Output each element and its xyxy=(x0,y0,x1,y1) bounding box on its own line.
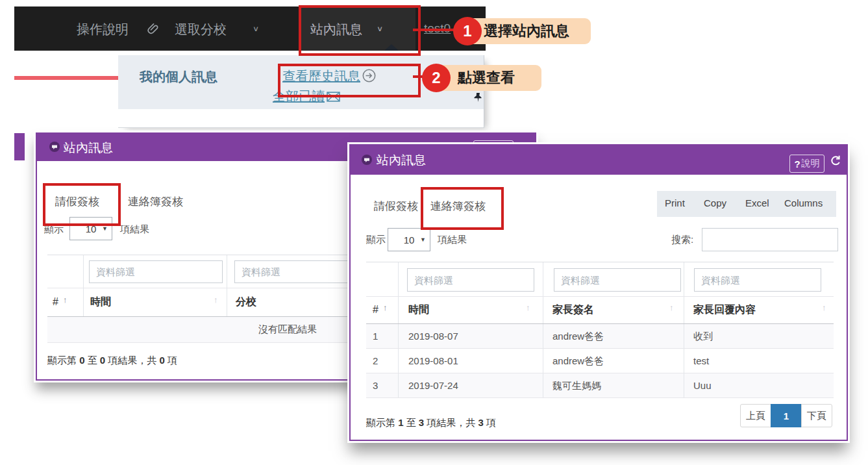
paperclip-icon xyxy=(147,22,159,37)
sort-up-icon: ↑ xyxy=(383,303,388,312)
col-header-time[interactable]: 時間 xyxy=(408,303,429,317)
filter-input-time[interactable] xyxy=(89,260,223,283)
nav-item-branch[interactable]: 選取分校 xyxy=(175,21,227,38)
filter-row xyxy=(366,262,834,297)
col-header-index[interactable]: # xyxy=(53,296,58,308)
filter-input-parent-sign[interactable] xyxy=(554,268,681,292)
window-title: 站內訊息 xyxy=(377,152,426,169)
col-header-parent-sign[interactable]: 家長簽名 xyxy=(552,303,594,317)
pagination: 上頁 1 下頁 xyxy=(740,404,832,427)
col-header-parent-reply[interactable]: 家長回覆內容 xyxy=(693,303,756,317)
table-row: 1 2019-08-07 andrew爸爸 收到 xyxy=(366,324,834,349)
filter-input-time[interactable] xyxy=(407,268,534,292)
print-button[interactable]: Print xyxy=(665,197,685,208)
page-size-select[interactable]: 10 ▼ xyxy=(388,228,430,251)
export-toolbar: Print Copy Excel Columns xyxy=(657,191,836,217)
results-table: # ↑ 時間 ↑ 家長簽名 ↑ 家長回覆內容 ↑ 1 2019-08-07 an… xyxy=(366,262,834,397)
message-icon xyxy=(49,141,60,155)
table-header-row: # ↑ 時間 ↑ 家長簽名 ↑ 家長回覆內容 ↑ xyxy=(366,297,834,324)
page-divider-line xyxy=(14,76,118,80)
highlight-box-leave-tab xyxy=(43,183,121,226)
table-row: 2 2019-08-01 andrew爸爸 test xyxy=(366,349,834,373)
screenshot-canvas: 操作說明 選取分校 ∨ 站內訊息 ∨ test0 我的個人訊息 查看歷史訊息 全… xyxy=(0,0,868,465)
window-header: 站內訊息 ? 說明 xyxy=(351,145,847,175)
excel-button[interactable]: Excel xyxy=(745,197,769,208)
table-info-text: 顯示第 0 至 0 項結果，共 0 項 xyxy=(47,355,177,367)
results-label: 項結果 xyxy=(120,223,149,236)
pin-icon xyxy=(473,92,483,105)
prev-page-button[interactable]: 上頁 xyxy=(740,404,771,427)
col-header-index[interactable]: # xyxy=(373,304,378,316)
dropdown-list-area xyxy=(118,109,484,127)
sort-up-icon: ↑ xyxy=(669,303,674,312)
col-header-time[interactable]: 時間 xyxy=(90,295,111,309)
tab-leave-approval[interactable]: 請假簽核 xyxy=(374,199,418,214)
sort-up-icon: ↑ xyxy=(63,295,68,305)
background-panel-fragment xyxy=(14,133,25,160)
caret-down-icon: ▼ xyxy=(102,225,108,232)
sort-up-icon: ↑ xyxy=(214,295,218,305)
annotation-number-2: 2 xyxy=(422,64,451,92)
copy-button[interactable]: Copy xyxy=(704,197,726,208)
nav-item-help[interactable]: 操作說明 xyxy=(77,21,129,38)
highlight-box-contact-book-tab xyxy=(421,187,504,230)
next-page-button[interactable]: 下頁 xyxy=(801,404,832,427)
refresh-icon[interactable] xyxy=(829,155,842,170)
highlight-box-history-link xyxy=(278,64,421,97)
search-input[interactable] xyxy=(702,228,838,251)
table-row: 3 2019-07-24 魏可生媽媽 Uuu xyxy=(366,373,834,398)
page-1-button[interactable]: 1 xyxy=(771,404,802,427)
columns-button[interactable]: Columns xyxy=(784,197,823,208)
show-label: 顯示 xyxy=(366,234,386,246)
filter-input-branch[interactable] xyxy=(234,260,368,283)
help-button[interactable]: ? 說明 xyxy=(789,155,825,173)
highlight-box-messages-nav xyxy=(299,5,421,56)
sort-up-icon: ↑ xyxy=(822,303,826,312)
results-label: 項結果 xyxy=(438,234,467,246)
window-title: 站內訊息 xyxy=(64,140,113,157)
search-label: 搜索: xyxy=(671,234,693,246)
annotation-number-1: 1 xyxy=(453,17,482,45)
filter-input-parent-reply[interactable] xyxy=(694,268,821,292)
col-header-branch[interactable]: 分校 xyxy=(236,295,256,309)
caret-down-icon: ▼ xyxy=(420,236,426,243)
table-info-text: 顯示第 1 至 3 項結果，共 3 項 xyxy=(366,417,496,429)
sort-up-icon: ↑ xyxy=(526,303,530,312)
dropdown-title: 我的個人訊息 xyxy=(140,68,217,86)
tab-contact-book-approval[interactable]: 連絡簿簽核 xyxy=(128,194,183,209)
chevron-down-icon: ∨ xyxy=(253,25,259,33)
message-icon xyxy=(361,154,373,168)
